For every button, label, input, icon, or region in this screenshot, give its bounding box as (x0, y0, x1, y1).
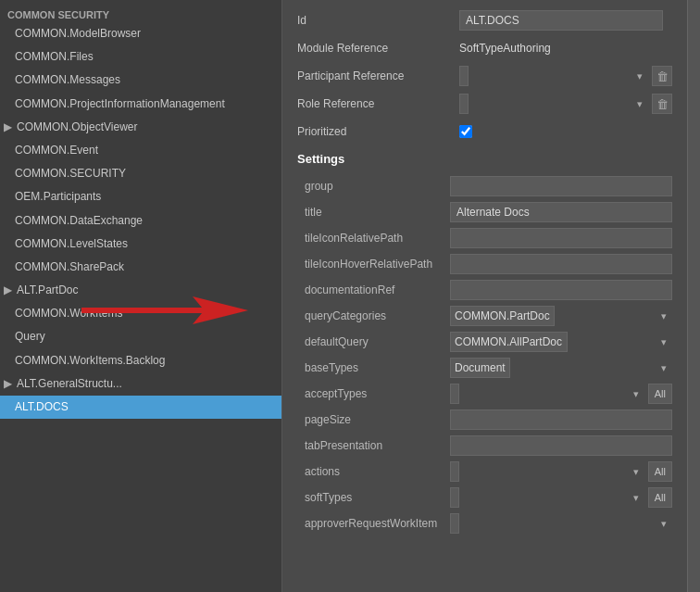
settings-all-button-actions[interactable]: All (648, 461, 672, 482)
participant-ref-select[interactable] (459, 66, 469, 86)
settings-row: tileIconRelativePath (297, 225, 672, 251)
participant-ref-row: Participant Reference 🗑 (297, 65, 672, 87)
sidebar-item-label: COMMON.Event (15, 142, 98, 159)
id-value: ALT.DOCS (459, 10, 663, 31)
settings-select-all-container: All (450, 487, 672, 508)
module-ref-label: Module Reference (297, 42, 459, 55)
prioritized-checkbox[interactable] (459, 125, 472, 138)
settings-row: actionsAll (297, 459, 672, 485)
settings-row-label: queryCategories (297, 309, 450, 322)
role-ref-delete-button[interactable]: 🗑 (652, 94, 672, 114)
sidebar-item-label: COMMON.WorkItems.Backlog (15, 352, 165, 370)
sidebar-item-label: OEM.Participants (15, 188, 101, 206)
settings-input-group[interactable] (450, 176, 672, 196)
sidebar-item-label: ALT.DOCS (15, 398, 69, 416)
settings-row-label: baseTypes (297, 361, 450, 374)
settings-all-button-softTypes[interactable]: All (648, 487, 672, 508)
section-label: COMMON SECURITY (0, 4, 281, 22)
sidebar-item-label: COMMON.Files (15, 48, 94, 66)
settings-input-tileIconRelativePath[interactable] (450, 228, 672, 248)
prioritized-label: Prioritized (297, 125, 459, 138)
expand-arrow-icon: ▶ (4, 119, 15, 136)
sidebar-item[interactable]: COMMON.Event (0, 139, 281, 162)
sidebar-item-label: COMMON.ObjectViewer (17, 119, 137, 136)
sidebar-item[interactable]: COMMON.WorkItems (0, 302, 281, 325)
settings-row: group (297, 173, 672, 199)
sidebar-item-label: COMMON.Messages (15, 71, 120, 89)
settings-row-label: acceptTypes (297, 387, 450, 400)
settings-input-tabPresentation[interactable] (450, 435, 672, 456)
settings-row: softTypesAll (297, 485, 672, 510)
role-ref-select[interactable] (459, 94, 469, 114)
sidebar-item[interactable]: COMMON.Messages (0, 69, 281, 92)
role-ref-row: Role Reference 🗑 (297, 93, 672, 115)
settings-select-wrapper: COMMON.PartDoc (450, 306, 672, 326)
settings-row-label: documentationRef (297, 283, 450, 296)
sidebar: COMMON SECURITY COMMON.ModelBrowserCOMMO… (0, 0, 282, 592)
settings-all-button-acceptTypes[interactable]: All (648, 384, 672, 404)
settings-select-all-wrapper (450, 461, 644, 482)
sidebar-item[interactable]: COMMON.DataExchange (0, 209, 281, 233)
settings-input-tileIconHoverRelativePath[interactable] (450, 254, 672, 274)
sidebar-item[interactable]: OEM.Participants (0, 185, 281, 208)
id-row: Id ALT.DOCS (297, 9, 672, 31)
sidebar-item[interactable]: COMMON.SECURITY (0, 162, 281, 185)
settings-row: defaultQueryCOMMON.AllPartDoc (297, 329, 672, 355)
settings-row: tabPresentation (297, 433, 672, 459)
sidebar-item-label: ALT.PartDoc (17, 282, 78, 299)
settings-select-all-container: All (450, 461, 672, 482)
settings-input-documentationRef[interactable] (450, 280, 672, 300)
sidebar-item[interactable]: Query (0, 325, 281, 348)
sidebar-item[interactable]: ALT.DOCS (0, 396, 281, 419)
settings-row: approverRequestWorkItem (297, 510, 672, 536)
sidebar-item[interactable]: COMMON.ProjectInformationManagement (0, 93, 281, 116)
participant-ref-delete-button[interactable]: 🗑 (652, 66, 672, 86)
settings-select-all-container: All (450, 384, 672, 404)
settings-select-all-wrapper (450, 487, 644, 508)
sidebar-item[interactable]: ▶ALT.PartDoc (0, 279, 281, 302)
settings-row-label: group (297, 180, 450, 193)
settings-row: acceptTypesAll (297, 381, 672, 407)
settings-row-label: title (297, 206, 450, 219)
module-ref-row: Module Reference SoftTypeAuthoring (297, 37, 672, 59)
settings-row-label: defaultQuery (297, 335, 450, 348)
settings-row-label: actions (297, 465, 450, 478)
right-edge-panel (687, 0, 700, 592)
sidebar-item-label: COMMON.DataExchange (15, 212, 143, 230)
settings-row: tileIconHoverRelativePath (297, 251, 672, 277)
sidebar-item-label: COMMON.ProjectInformationManagement (15, 95, 225, 113)
settings-input-title[interactable] (450, 202, 672, 222)
settings-select-all-wrapper (450, 384, 644, 404)
id-label: Id (297, 14, 459, 27)
settings-select-softTypes[interactable] (450, 487, 459, 508)
settings-row: baseTypesDocument (297, 355, 672, 381)
sidebar-item[interactable]: COMMON.Files (0, 45, 281, 69)
participant-ref-label: Participant Reference (297, 69, 459, 82)
settings-select-defaultQuery[interactable]: COMMON.AllPartDoc (450, 332, 568, 352)
settings-select-wrapper (450, 513, 672, 534)
sidebar-item[interactable]: ▶ALT.GeneralStructu... (0, 372, 281, 396)
settings-select-queryCategories[interactable]: COMMON.PartDoc (450, 306, 555, 326)
settings-select-actions[interactable] (450, 461, 459, 482)
role-ref-label: Role Reference (297, 97, 459, 110)
settings-input-pageSize[interactable] (450, 409, 672, 430)
sidebar-item[interactable]: COMMON.SharePack (0, 256, 281, 279)
settings-select-acceptTypes[interactable] (450, 384, 459, 404)
settings-select-approverRequestWorkItem[interactable] (450, 513, 459, 534)
settings-row: title (297, 199, 672, 225)
sidebar-item[interactable]: ▶COMMON.ObjectViewer (0, 116, 281, 139)
sidebar-item[interactable]: COMMON.WorkItems.Backlog (0, 349, 281, 372)
sidebar-item[interactable]: COMMON.ModelBrowser (0, 22, 281, 45)
sidebar-item-label: COMMON.LevelStates (15, 235, 128, 253)
sidebar-item-label: COMMON.WorkItems (15, 305, 122, 322)
settings-select-baseTypes[interactable]: Document (450, 358, 510, 378)
expand-arrow-icon: ▶ (4, 282, 15, 299)
role-ref-controls: 🗑 (459, 94, 672, 114)
settings-select-wrapper: Document (450, 358, 672, 378)
settings-row: pageSize (297, 407, 672, 433)
settings-row-label: approverRequestWorkItem (297, 517, 450, 530)
sidebar-item-label: COMMON.ModelBrowser (15, 25, 141, 43)
settings-row-label: softTypes (297, 491, 450, 504)
settings-select-wrapper: COMMON.AllPartDoc (450, 332, 672, 352)
sidebar-item[interactable]: COMMON.LevelStates (0, 233, 281, 256)
